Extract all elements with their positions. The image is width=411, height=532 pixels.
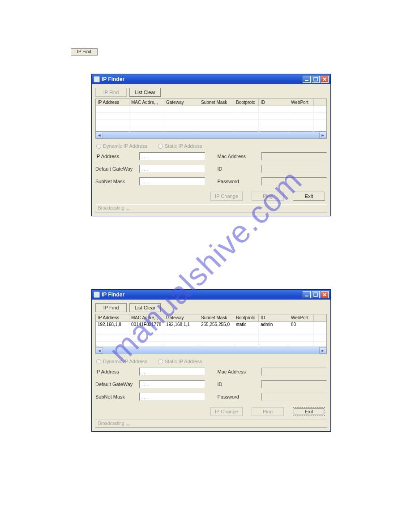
- ip-mode-radios: Dynamic IP Address Static IP Address: [96, 359, 327, 364]
- mac-label: Mac Address: [218, 154, 259, 159]
- table-row[interactable]: 192,168,1,8 00141F821778 192,168,1,1 255…: [96, 322, 326, 328]
- radio-icon: [158, 359, 163, 364]
- horizontal-scrollbar[interactable]: ◄ ►: [96, 131, 326, 138]
- id-label: ID: [218, 382, 259, 387]
- ip-find-button[interactable]: IP Find: [95, 88, 127, 97]
- ip-find-button[interactable]: IP Find: [95, 303, 127, 312]
- password-input[interactable]: [261, 393, 327, 401]
- status-bar: Broadcasting ,,,,,: [95, 420, 327, 428]
- ping-button[interactable]: Ping: [252, 192, 284, 201]
- col-gateway[interactable]: Gateway: [164, 314, 199, 321]
- mac-label: Mac Address: [218, 369, 259, 374]
- system-icon: [94, 292, 100, 298]
- grid-body: [96, 106, 326, 131]
- gateway-label: Default GateWay: [95, 166, 137, 172]
- device-grid[interactable]: IP Address MAC Addre,,, Gateway Subnet M…: [95, 99, 327, 139]
- grid-header-row: IP Address MAC Addre,,, Gateway Subnet M…: [96, 99, 326, 106]
- window-title: IP Finder: [102, 76, 124, 82]
- status-bar: Broadcasting ,,,,,: [95, 204, 327, 212]
- password-label: Password: [218, 179, 259, 184]
- cell-bootproto: static: [234, 322, 259, 328]
- ip-address-label: IP Address: [95, 369, 137, 374]
- col-id[interactable]: ID: [259, 99, 289, 106]
- titlebar[interactable]: IP Finder: [92, 290, 330, 300]
- mac-input: [261, 368, 327, 376]
- col-mac[interactable]: MAC Addre,,,: [129, 314, 164, 321]
- subnet-input[interactable]: . . .: [139, 393, 205, 401]
- subnet-label: SubNet Mask: [95, 179, 137, 184]
- col-webport[interactable]: WebPort: [289, 314, 314, 321]
- ip-change-button[interactable]: IP Change: [210, 407, 243, 416]
- close-button[interactable]: [321, 76, 329, 83]
- subnet-label: SubNet Mask: [95, 394, 137, 399]
- id-label: ID: [218, 166, 259, 172]
- gateway-label: Default GateWay: [95, 382, 137, 387]
- col-ip[interactable]: IP Address: [96, 314, 129, 321]
- radio-icon: [158, 144, 163, 149]
- col-id[interactable]: ID: [259, 314, 289, 321]
- exit-button[interactable]: Exit: [293, 192, 325, 201]
- ip-find-external-button[interactable]: IP Find: [71, 48, 98, 56]
- ip-address-label: IP Address: [95, 154, 137, 159]
- horizontal-scrollbar[interactable]: ◄ ►: [96, 347, 326, 354]
- svg-rect-0: [305, 80, 308, 81]
- col-bootproto[interactable]: Bootproto: [234, 99, 259, 106]
- id-input[interactable]: [261, 380, 327, 388]
- minimize-button[interactable]: [303, 291, 311, 298]
- col-bootproto[interactable]: Bootproto: [234, 314, 259, 321]
- cell-subnet: 255,255,255,0: [199, 322, 234, 328]
- exit-button[interactable]: Exit: [293, 407, 325, 416]
- gateway-input[interactable]: . . .: [139, 380, 205, 388]
- col-mac[interactable]: MAC Addre,,,: [129, 99, 164, 106]
- static-ip-label: Static IP Address: [165, 143, 202, 149]
- minimize-button[interactable]: [303, 76, 311, 83]
- ip-address-input[interactable]: . . .: [139, 368, 205, 376]
- id-input[interactable]: [261, 165, 327, 173]
- list-clear-button[interactable]: List Clear: [129, 303, 161, 312]
- static-ip-radio[interactable]: Static IP Address: [158, 143, 202, 149]
- svg-rect-2: [305, 296, 308, 296]
- subnet-input[interactable]: . . .: [139, 177, 205, 185]
- svg-rect-3: [314, 293, 317, 296]
- col-subnet[interactable]: Subnet Mask: [199, 314, 234, 321]
- dynamic-ip-label: Dynamic IP Address: [103, 359, 147, 364]
- system-icon: [94, 76, 100, 82]
- col-subnet[interactable]: Subnet Mask: [199, 99, 234, 106]
- static-ip-label: Static IP Address: [165, 359, 202, 364]
- cell-ip: 192,168,1,8: [96, 322, 129, 328]
- cell-gateway: 192,168,1,1: [164, 322, 199, 328]
- window-title: IP Finder: [102, 292, 124, 298]
- ip-finder-window-2: IP Finder IP Find List Clear IP Address …: [91, 289, 331, 432]
- maximize-button[interactable]: [312, 291, 320, 298]
- dynamic-ip-radio[interactable]: Dynamic IP Address: [96, 143, 147, 149]
- password-label: Password: [218, 394, 259, 399]
- ip-address-input[interactable]: . . .: [139, 152, 205, 160]
- dynamic-ip-label: Dynamic IP Address: [103, 143, 147, 149]
- close-button[interactable]: [321, 291, 329, 298]
- radio-icon: [96, 359, 101, 364]
- list-clear-button[interactable]: List Clear: [129, 88, 161, 97]
- device-grid[interactable]: IP Address MAC Addre,,, Gateway Subnet M…: [95, 314, 327, 354]
- cell-mac: 00141F821778: [129, 322, 164, 328]
- titlebar[interactable]: IP Finder: [92, 74, 330, 84]
- maximize-button[interactable]: [312, 76, 320, 83]
- ip-change-button[interactable]: IP Change: [210, 192, 243, 201]
- static-ip-radio[interactable]: Static IP Address: [158, 359, 202, 364]
- ip-mode-radios: Dynamic IP Address Static IP Address: [96, 143, 327, 149]
- grid-header-row: IP Address MAC Addre,,, Gateway Subnet M…: [96, 314, 326, 322]
- password-input[interactable]: [261, 177, 327, 185]
- col-webport[interactable]: WebPort: [289, 99, 314, 106]
- dynamic-ip-radio[interactable]: Dynamic IP Address: [96, 359, 147, 364]
- gateway-input[interactable]: . . .: [139, 165, 205, 173]
- ip-finder-window-1: IP Finder IP Find List Clear IP Address …: [91, 74, 331, 216]
- cell-id: admin: [259, 322, 289, 328]
- svg-rect-1: [314, 77, 317, 81]
- col-ip[interactable]: IP Address: [96, 99, 129, 106]
- grid-body: 192,168,1,8 00141F821778 192,168,1,1 255…: [96, 322, 326, 347]
- col-gateway[interactable]: Gateway: [164, 99, 199, 106]
- radio-icon: [96, 144, 101, 149]
- cell-webport: 80: [289, 322, 314, 328]
- mac-input: [261, 152, 327, 160]
- ping-button[interactable]: Ping: [252, 407, 284, 416]
